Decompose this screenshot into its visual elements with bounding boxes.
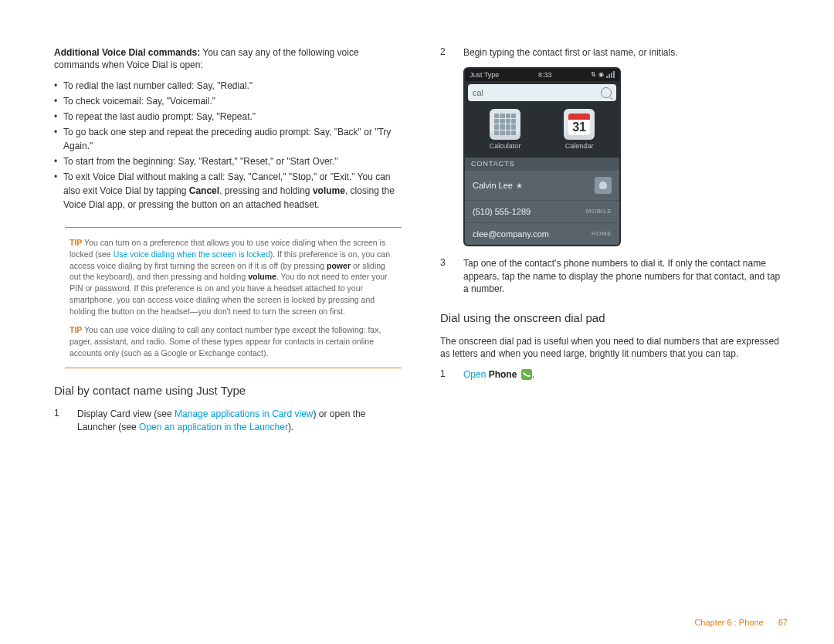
list-item: To go back one step and repeat the prece… [54, 125, 402, 153]
bold-power: power [327, 261, 351, 270]
intro-lead: Additional Voice Dial commands: [54, 47, 200, 58]
tip-text: You can use voice dialing to call any co… [70, 325, 381, 357]
list-item: To redial the last number called: Say, "… [54, 79, 402, 93]
step-body: Tap one of the contact's phone numbers t… [463, 257, 788, 296]
contacts-header: CONTACTS [465, 158, 619, 170]
contact-name-row[interactable]: Calvin Lee★ [465, 170, 619, 200]
status-app-name: Just Type [470, 71, 499, 79]
app-calculator[interactable]: Calculator [490, 109, 521, 150]
contact-phone: (510) 555-1289 [473, 207, 531, 216]
calendar-day: 31 [568, 120, 590, 135]
avatar-icon [595, 177, 612, 194]
step-tail: . [532, 369, 534, 380]
step-row: 1 Display Card view (see Manage applicat… [54, 408, 402, 434]
app-label: Calculator [490, 142, 521, 150]
step-number: 2 [440, 46, 451, 59]
app-calendar[interactable]: 31 Calendar [564, 109, 595, 150]
section-heading-dial-pad: Dial using the onscreen dial pad [440, 311, 788, 324]
calendar-icon: 31 [564, 109, 595, 140]
tip-box: TIP You can turn on a preference that al… [65, 227, 402, 368]
step-number: 1 [54, 408, 65, 434]
list-item: To exit Voice Dial without making a call… [54, 170, 402, 212]
step-body: Display Card view (see Manage applicatio… [77, 408, 402, 434]
page-footer: Chapter 6 : Phone 67 [694, 618, 788, 627]
contact-email-row[interactable]: clee@company.com HOME [465, 222, 619, 245]
step-row: 3 Tap one of the contact's phone numbers… [440, 257, 788, 296]
right-column: 2 Begin typing the contact first or last… [440, 46, 788, 442]
status-icons: ⇅ ◉ [591, 71, 615, 78]
left-column: Additional Voice Dial commands: You can … [54, 46, 402, 442]
step-row: 2 Begin typing the contact first or last… [440, 46, 788, 59]
bold-volume: volume [248, 272, 276, 281]
step-body: Open Phone . [463, 368, 788, 381]
section-heading-just-type: Dial by contact name using Just Type [54, 384, 402, 397]
step-text: Display Card view (see [77, 408, 175, 419]
tip-entry: TIP You can turn on a preference that al… [70, 237, 397, 317]
step-number: 3 [440, 257, 451, 296]
list-item: To repeat the last audio prompt: Say, "R… [54, 110, 402, 124]
phone-app-results: Calculator 31 Calendar [465, 104, 619, 158]
page-number: 67 [778, 618, 788, 627]
status-time: 8:33 [538, 71, 552, 79]
contact-email: clee@company.com [473, 229, 549, 239]
link-open-app-launcher[interactable]: Open an application in the Launcher [139, 422, 288, 432]
step-number: 1 [440, 368, 451, 381]
calculator-icon [490, 109, 520, 140]
link-open[interactable]: Open [463, 369, 486, 380]
phone-search-field[interactable]: cal [468, 84, 616, 101]
step-body: Begin typing the contact first or last n… [463, 46, 788, 59]
app-label: Calendar [565, 142, 594, 150]
voice-commands-list: To redial the last number called: Say, "… [54, 79, 402, 212]
chapter-label: Chapter 6 : Phone [694, 618, 763, 627]
search-value: cal [473, 88, 483, 97]
tip-label: TIP [70, 325, 82, 334]
favorite-star-icon: ★ [516, 181, 523, 190]
voice-dial-intro: Additional Voice Dial commands: You can … [54, 46, 402, 71]
contact-name: Calvin Lee [473, 181, 513, 190]
link-manage-card-view[interactable]: Manage applications in Card view [175, 408, 313, 419]
step-row: 1 Open Phone . [440, 368, 788, 381]
dial-pad-intro: The onscreen dial pad is useful when you… [440, 335, 788, 360]
search-icon [601, 87, 612, 98]
tip-label: TIP [70, 238, 82, 247]
signal-icon [606, 71, 615, 78]
phone-screenshot: Just Type 8:33 ⇅ ◉ cal Calculator 31 [463, 67, 621, 246]
contact-email-type: HOME [592, 230, 612, 237]
tip-entry: TIP You can use voice dialing to call an… [70, 324, 397, 358]
phone-app-name: Phone [489, 369, 517, 380]
contact-phone-row[interactable]: (510) 555-1289 MOBILE [465, 200, 619, 222]
phone-icon [521, 369, 532, 380]
step-text: ). [288, 422, 293, 432]
contact-phone-type: MOBILE [586, 208, 612, 215]
list-item: To start from the beginning: Say, "Resta… [54, 154, 402, 168]
network-icon: ◉ [598, 71, 604, 78]
phone-status-bar: Just Type 8:33 ⇅ ◉ [465, 69, 619, 81]
wifi-icon: ⇅ [591, 71, 596, 78]
link-voice-dial-locked[interactable]: Use voice dialing when the screen is loc… [114, 249, 270, 259]
list-item: To check voicemail: Say, "Voicemail." [54, 94, 402, 108]
